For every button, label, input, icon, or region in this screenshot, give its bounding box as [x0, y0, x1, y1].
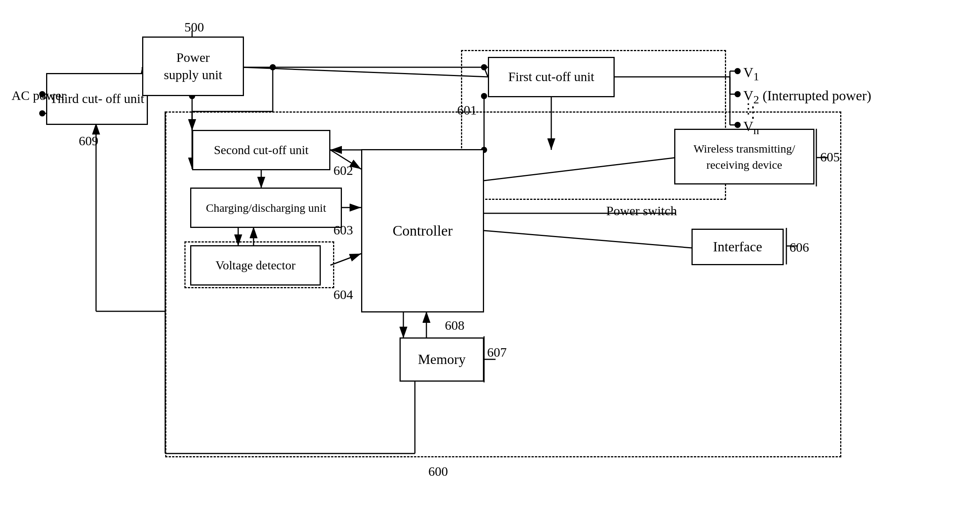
charging-label: Charging/discharging unit [206, 200, 326, 215]
n603-label: 603 [333, 223, 353, 238]
first-cutoff-label: First cut-off unit [508, 68, 594, 85]
v2-label: V2 (Interrupted power) [743, 88, 871, 106]
svg-line-12 [242, 67, 488, 77]
first-cutoff-box: First cut-off unit [488, 57, 615, 97]
n604-label: 604 [333, 287, 353, 302]
voltage-detector-label: Voltage detector [216, 257, 295, 274]
power-switch-label: Power switch [606, 204, 677, 218]
charging-box: Charging/discharging unit [190, 188, 342, 228]
n605-label: 605 [820, 150, 840, 164]
svg-point-16 [735, 68, 741, 74]
n500-label: 500 [184, 20, 204, 35]
wireless-box: Wireless transmitting/receiving device [674, 129, 814, 184]
n607-label: 607 [487, 345, 507, 360]
power-supply-label: Powersupply unit [164, 49, 222, 83]
n602-label: 602 [333, 163, 353, 178]
n609-label: 609 [79, 134, 98, 148]
svg-point-5 [39, 110, 45, 116]
controller-box: Controller [361, 149, 484, 312]
svg-point-19 [735, 91, 741, 97]
memory-box: Memory [400, 337, 484, 382]
v1-label: V1 [743, 65, 759, 83]
n601-label: 601 [457, 103, 477, 118]
memory-label: Memory [418, 351, 466, 369]
second-cutoff-box: Second cut-off unit [192, 130, 330, 170]
controller-label: Controller [393, 221, 453, 240]
wireless-label: Wireless transmitting/receiving device [693, 141, 795, 173]
second-cutoff-label: Second cut-off unit [214, 142, 308, 158]
ac-power-label: AC power [12, 88, 66, 103]
interface-box: Interface [691, 229, 784, 265]
diagram: ⋮ [0, 0, 980, 505]
voltage-detector-box: Voltage detector [190, 245, 321, 286]
svg-point-54 [270, 64, 276, 70]
n606-label: 606 [789, 240, 809, 255]
n600-label: 600 [428, 464, 448, 479]
interface-label: Interface [713, 238, 762, 256]
vn-label: Vn [743, 118, 759, 137]
n608-label: 608 [445, 318, 464, 333]
power-supply-box: Powersupply unit [142, 37, 244, 96]
